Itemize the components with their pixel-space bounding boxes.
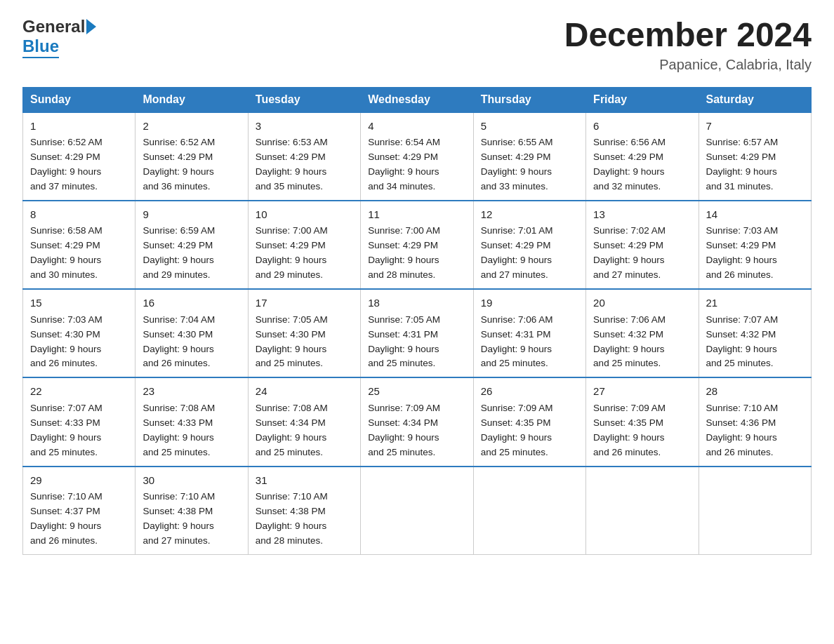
day-info: Sunrise: 6:52 AM Sunset: 4:29 PM Dayligh…: [30, 135, 128, 194]
day-info: Sunrise: 7:04 AM Sunset: 4:30 PM Dayligh…: [143, 313, 240, 372]
calendar-cell: 18Sunrise: 7:05 AM Sunset: 4:31 PM Dayli…: [361, 289, 473, 377]
calendar-week-row: 29Sunrise: 7:10 AM Sunset: 4:37 PM Dayli…: [23, 467, 812, 555]
calendar-header-friday: Friday: [586, 87, 699, 112]
day-info: Sunrise: 7:03 AM Sunset: 4:29 PM Dayligh…: [706, 224, 804, 283]
calendar-cell: [473, 467, 585, 555]
day-number: 12: [481, 207, 578, 223]
day-number: 31: [256, 473, 353, 489]
calendar-week-row: 22Sunrise: 7:07 AM Sunset: 4:33 PM Dayli…: [23, 377, 812, 466]
day-info: Sunrise: 7:10 AM Sunset: 4:38 PM Dayligh…: [256, 490, 353, 549]
calendar-subtitle: Papanice, Calabria, Italy: [564, 57, 812, 73]
day-number: 25: [368, 384, 465, 400]
day-number: 5: [481, 119, 578, 135]
calendar-cell: 31Sunrise: 7:10 AM Sunset: 4:38 PM Dayli…: [248, 467, 360, 555]
calendar-cell: [361, 467, 473, 555]
day-number: 21: [706, 295, 804, 311]
day-number: 6: [593, 119, 691, 135]
day-number: 28: [706, 384, 804, 400]
day-number: 26: [481, 384, 578, 400]
day-info: Sunrise: 7:10 AM Sunset: 4:36 PM Dayligh…: [706, 401, 804, 460]
day-info: Sunrise: 6:57 AM Sunset: 4:29 PM Dayligh…: [706, 135, 804, 194]
logo-blue-text: Blue: [22, 36, 59, 55]
day-number: 23: [143, 384, 240, 400]
day-info: Sunrise: 7:10 AM Sunset: 4:38 PM Dayligh…: [143, 490, 240, 549]
calendar-cell: 9Sunrise: 6:59 AM Sunset: 4:29 PM Daylig…: [135, 201, 248, 289]
calendar-header-wednesday: Wednesday: [361, 87, 473, 112]
calendar-week-row: 15Sunrise: 7:03 AM Sunset: 4:30 PM Dayli…: [23, 289, 812, 377]
calendar-cell: 24Sunrise: 7:08 AM Sunset: 4:34 PM Dayli…: [248, 377, 360, 466]
logo-general-text: General: [22, 17, 85, 36]
day-number: 9: [143, 207, 240, 223]
calendar-table: SundayMondayTuesdayWednesdayThursdayFrid…: [22, 87, 812, 555]
day-info: Sunrise: 7:01 AM Sunset: 4:29 PM Dayligh…: [481, 224, 578, 283]
day-info: Sunrise: 6:52 AM Sunset: 4:29 PM Dayligh…: [143, 135, 240, 194]
day-info: Sunrise: 6:58 AM Sunset: 4:29 PM Dayligh…: [30, 224, 128, 283]
day-info: Sunrise: 7:00 AM Sunset: 4:29 PM Dayligh…: [368, 224, 465, 283]
calendar-header-thursday: Thursday: [473, 87, 585, 112]
calendar-header-saturday: Saturday: [699, 87, 811, 112]
day-number: 8: [30, 207, 128, 223]
day-number: 22: [30, 384, 128, 400]
calendar-cell: 15Sunrise: 7:03 AM Sunset: 4:30 PM Dayli…: [23, 289, 135, 377]
day-info: Sunrise: 7:05 AM Sunset: 4:31 PM Dayligh…: [368, 313, 465, 372]
calendar-cell: 3Sunrise: 6:53 AM Sunset: 4:29 PM Daylig…: [248, 112, 360, 201]
day-number: 30: [143, 473, 240, 489]
day-info: Sunrise: 7:03 AM Sunset: 4:30 PM Dayligh…: [30, 313, 128, 372]
day-info: Sunrise: 6:59 AM Sunset: 4:29 PM Dayligh…: [143, 224, 240, 283]
calendar-cell: 7Sunrise: 6:57 AM Sunset: 4:29 PM Daylig…: [699, 112, 811, 201]
day-number: 29: [30, 473, 128, 489]
day-number: 10: [256, 207, 353, 223]
day-info: Sunrise: 7:02 AM Sunset: 4:29 PM Dayligh…: [593, 224, 691, 283]
calendar-cell: 27Sunrise: 7:09 AM Sunset: 4:35 PM Dayli…: [586, 377, 699, 466]
calendar-cell: 21Sunrise: 7:07 AM Sunset: 4:32 PM Dayli…: [699, 289, 811, 377]
calendar-cell: 23Sunrise: 7:08 AM Sunset: 4:33 PM Dayli…: [135, 377, 248, 466]
day-number: 13: [593, 207, 691, 223]
day-info: Sunrise: 7:08 AM Sunset: 4:33 PM Dayligh…: [143, 401, 240, 460]
calendar-header-tuesday: Tuesday: [248, 87, 360, 112]
day-number: 18: [368, 295, 465, 311]
calendar-cell: 28Sunrise: 7:10 AM Sunset: 4:36 PM Dayli…: [699, 377, 811, 466]
day-number: 3: [256, 119, 353, 135]
day-number: 1: [30, 119, 128, 135]
calendar-cell: 17Sunrise: 7:05 AM Sunset: 4:30 PM Dayli…: [248, 289, 360, 377]
day-info: Sunrise: 7:06 AM Sunset: 4:31 PM Dayligh…: [481, 313, 578, 372]
day-info: Sunrise: 7:06 AM Sunset: 4:32 PM Dayligh…: [593, 313, 691, 372]
calendar-header-sunday: Sunday: [23, 87, 135, 112]
day-info: Sunrise: 6:55 AM Sunset: 4:29 PM Dayligh…: [481, 135, 578, 194]
calendar-cell: 4Sunrise: 6:54 AM Sunset: 4:29 PM Daylig…: [361, 112, 473, 201]
day-info: Sunrise: 7:10 AM Sunset: 4:37 PM Dayligh…: [30, 490, 128, 549]
logo-underline: [22, 57, 59, 58]
calendar-cell: 8Sunrise: 6:58 AM Sunset: 4:29 PM Daylig…: [23, 201, 135, 289]
day-info: Sunrise: 6:54 AM Sunset: 4:29 PM Dayligh…: [368, 135, 465, 194]
calendar-week-row: 8Sunrise: 6:58 AM Sunset: 4:29 PM Daylig…: [23, 201, 812, 289]
calendar-cell: 25Sunrise: 7:09 AM Sunset: 4:34 PM Dayli…: [361, 377, 473, 466]
day-number: 15: [30, 295, 128, 311]
calendar-cell: 26Sunrise: 7:09 AM Sunset: 4:35 PM Dayli…: [473, 377, 585, 466]
calendar-cell: 5Sunrise: 6:55 AM Sunset: 4:29 PM Daylig…: [473, 112, 585, 201]
day-info: Sunrise: 7:05 AM Sunset: 4:30 PM Dayligh…: [256, 313, 353, 372]
calendar-cell: 2Sunrise: 6:52 AM Sunset: 4:29 PM Daylig…: [135, 112, 248, 201]
calendar-cell: 6Sunrise: 6:56 AM Sunset: 4:29 PM Daylig…: [586, 112, 699, 201]
calendar-cell: 20Sunrise: 7:06 AM Sunset: 4:32 PM Dayli…: [586, 289, 699, 377]
day-info: Sunrise: 7:07 AM Sunset: 4:33 PM Dayligh…: [30, 401, 128, 460]
calendar-cell: [586, 467, 699, 555]
calendar-cell: 13Sunrise: 7:02 AM Sunset: 4:29 PM Dayli…: [586, 201, 699, 289]
calendar-cell: 14Sunrise: 7:03 AM Sunset: 4:29 PM Dayli…: [699, 201, 811, 289]
calendar-header-monday: Monday: [135, 87, 248, 112]
day-number: 2: [143, 119, 240, 135]
day-info: Sunrise: 6:53 AM Sunset: 4:29 PM Dayligh…: [256, 135, 353, 194]
calendar-cell: 30Sunrise: 7:10 AM Sunset: 4:38 PM Dayli…: [135, 467, 248, 555]
calendar-cell: 1Sunrise: 6:52 AM Sunset: 4:29 PM Daylig…: [23, 112, 135, 201]
day-number: 11: [368, 207, 465, 223]
calendar-cell: 16Sunrise: 7:04 AM Sunset: 4:30 PM Dayli…: [135, 289, 248, 377]
day-info: Sunrise: 7:08 AM Sunset: 4:34 PM Dayligh…: [256, 401, 353, 460]
calendar-cell: 12Sunrise: 7:01 AM Sunset: 4:29 PM Dayli…: [473, 201, 585, 289]
calendar-header-row: SundayMondayTuesdayWednesdayThursdayFrid…: [23, 87, 812, 112]
day-info: Sunrise: 6:56 AM Sunset: 4:29 PM Dayligh…: [593, 135, 691, 194]
calendar-cell: 29Sunrise: 7:10 AM Sunset: 4:37 PM Dayli…: [23, 467, 135, 555]
calendar-cell: 11Sunrise: 7:00 AM Sunset: 4:29 PM Dayli…: [361, 201, 473, 289]
logo: General Blue: [22, 17, 96, 58]
page-header: General Blue December 2024 Papanice, Cal…: [22, 17, 812, 73]
day-number: 14: [706, 207, 804, 223]
day-info: Sunrise: 7:00 AM Sunset: 4:29 PM Dayligh…: [256, 224, 353, 283]
